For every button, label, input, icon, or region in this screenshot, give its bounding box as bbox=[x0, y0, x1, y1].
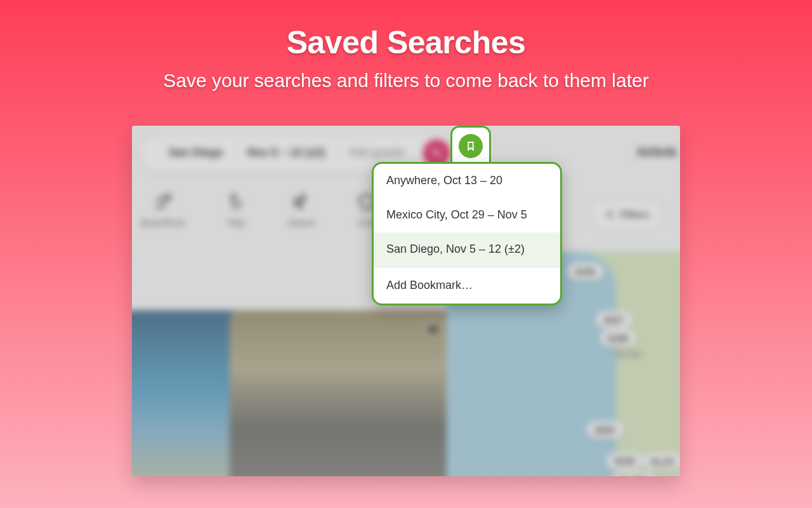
bookmark-button[interactable] bbox=[459, 134, 483, 158]
popover-panel: Anywhere, Oct 13 – 20 Mexico City, Oct 2… bbox=[372, 162, 562, 305]
bookmark-icon bbox=[465, 140, 476, 152]
page-title: Saved Searches bbox=[163, 24, 648, 61]
page-subtitle: Save your searches and filters to come b… bbox=[163, 70, 648, 91]
saved-search-item[interactable]: Mexico City, Oct 29 – Nov 5 bbox=[374, 198, 560, 232]
saved-search-item-active[interactable]: San Diego, Nov 5 – 12 (±2) bbox=[374, 232, 560, 267]
bookmark-tab[interactable] bbox=[450, 126, 491, 164]
add-bookmark-button[interactable]: Add Bookmark… bbox=[374, 267, 560, 304]
saved-search-item[interactable]: Anywhere, Oct 13 – 20 bbox=[374, 164, 560, 198]
screenshot-frame: San Diego Nov 5 – 12 (±2) Add guests Air… bbox=[132, 126, 680, 476]
